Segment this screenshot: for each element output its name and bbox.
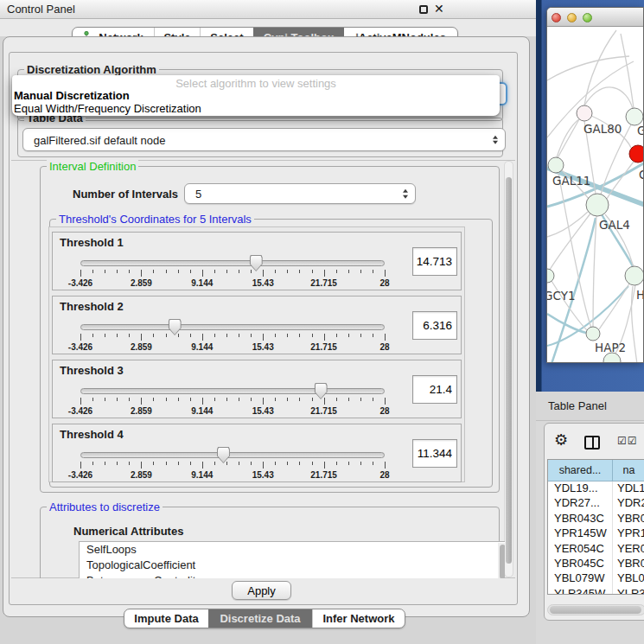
list-scrollbar[interactable] xyxy=(498,543,505,578)
numerical-attributes-list[interactable]: SelfLoopsTopologicalCoefficientBetweenne… xyxy=(79,541,505,578)
algorithm-option-equal-width-frequency-discretization[interactable]: Equal Width/Frequency Discretization xyxy=(12,102,500,115)
scrollbar-thumb[interactable] xyxy=(550,606,641,614)
threshold-slider[interactable]: -3.4262.8599.14415.4321.71528 xyxy=(80,447,385,483)
vertical-scrollbar[interactable] xyxy=(504,161,513,577)
slider-ticks xyxy=(80,334,385,341)
tick-label: 21.715 xyxy=(310,342,337,352)
tick-label: 21.715 xyxy=(310,470,337,480)
tick-label: 15.43 xyxy=(252,278,274,288)
threshold-slider[interactable]: -3.4262.8599.14415.4321.71528 xyxy=(80,383,385,419)
tick-label: -3.426 xyxy=(68,406,92,416)
network-node-gal4[interactable] xyxy=(586,194,609,216)
tick-label: 2.859 xyxy=(131,342,152,352)
float-window-icon[interactable] xyxy=(419,5,428,14)
network-node-label: GAL80 xyxy=(583,122,622,136)
tab-label: Infer Network xyxy=(322,612,394,625)
horizontal-scrollbar[interactable] xyxy=(547,604,644,615)
tick-label: 28 xyxy=(379,406,389,416)
numerical-attributes-label: Numerical Attributes xyxy=(73,525,183,538)
threshold-label: Threshold 1 xyxy=(60,236,124,249)
tick-label: -3.426 xyxy=(68,278,92,288)
table-row[interactable]: YBR045CYBR0 xyxy=(548,557,644,571)
table-cell: YDL19... xyxy=(548,481,613,496)
tick-label: 21.715 xyxy=(310,406,337,416)
table-cell: YPR1 xyxy=(613,526,644,541)
attributes-title: Attributes to discretize xyxy=(47,501,163,513)
slider-track[interactable] xyxy=(80,324,385,330)
split-column-icon[interactable] xyxy=(584,436,600,450)
control-panel-titlebar: Control Panel ✕ xyxy=(0,0,536,19)
table-row[interactable]: YBR043CYBR0 xyxy=(548,512,644,526)
tick-label: 2.859 xyxy=(131,406,152,416)
table-row[interactable]: YER054CYER0 xyxy=(548,542,644,557)
tick-label: 15.43 xyxy=(252,470,274,480)
network-canvas[interactable]: GAL80G.CGAL11GAL4GCY1HHAP2 xyxy=(547,27,644,363)
tab-label: Discretize Data xyxy=(220,612,300,625)
slider-track[interactable] xyxy=(80,452,385,458)
network-node-gal11[interactable] xyxy=(548,157,564,173)
table-row[interactable]: YDL19...YDL1 xyxy=(548,481,644,496)
table-data-combobox[interactable]: galFiltered.sif default node xyxy=(22,128,506,151)
threshold-value-input[interactable] xyxy=(412,439,457,468)
slider-track[interactable] xyxy=(80,388,385,394)
close-traffic-light-icon[interactable] xyxy=(552,13,561,22)
table-header-cell[interactable]: na xyxy=(613,460,644,481)
network-node-hap2[interactable] xyxy=(586,327,600,341)
network-node-label: GAL11 xyxy=(552,174,590,188)
threshold-value-input[interactable] xyxy=(412,311,457,340)
list-item[interactable]: BetweennessCentrality xyxy=(80,573,505,578)
network-node-h[interactable] xyxy=(625,266,644,285)
tab-infer-network[interactable]: Infer Network xyxy=(312,609,405,628)
close-icon[interactable]: ✕ xyxy=(434,2,444,16)
minimize-traffic-light-icon[interactable] xyxy=(567,13,577,22)
node-table[interactable]: shared...na YDL19...YDL1YDR27...YDR2YBR0… xyxy=(547,459,644,595)
apply-button[interactable]: Apply xyxy=(232,581,291,600)
table-cell: YBL079W xyxy=(548,571,613,586)
threshold-slider[interactable]: -3.4262.8599.14415.4321.71528 xyxy=(80,319,385,355)
network-node-gcy1[interactable] xyxy=(547,269,554,283)
slider-track[interactable] xyxy=(80,260,385,266)
table-cell: YER054C xyxy=(548,542,613,557)
algorithm-hint: Select algorithm to view settings xyxy=(12,75,500,89)
tick-label: 15.43 xyxy=(252,406,274,416)
number-of-intervals-label: Number of Intervals xyxy=(73,188,178,201)
tab-discretize-data[interactable]: Discretize Data xyxy=(208,609,312,628)
table-row[interactable]: YDR27...YDR2 xyxy=(548,496,644,511)
network-node-gal80[interactable] xyxy=(577,105,592,121)
number-of-intervals-value: 5 xyxy=(195,188,201,201)
network-node-g[interactable] xyxy=(626,108,643,125)
threshold-row: Threshold 2 -3.4262.8599.14415.4321.7152… xyxy=(52,296,462,354)
table-panel-titlebar: Table Panel xyxy=(536,392,644,421)
threshold-row: Threshold 3 -3.4262.8599.14415.4321.7152… xyxy=(52,360,462,418)
discretization-algorithm-label: Discretization Algorithm xyxy=(24,63,159,76)
list-scrollbar-thumb[interactable] xyxy=(500,545,505,578)
threshold-value-input[interactable] xyxy=(412,375,457,404)
table-cell: YLR345W xyxy=(548,587,613,595)
tick-label: 9.144 xyxy=(191,278,213,288)
network-node-label: GAL4 xyxy=(599,218,630,232)
slider-ticks xyxy=(80,398,385,405)
table-row[interactable]: YLR345WYLR3 xyxy=(548,587,644,595)
algorithm-option-manual-discretization[interactable]: Manual Discretization xyxy=(12,89,500,102)
network-node-c[interactable] xyxy=(629,145,644,163)
tab-impute-data[interactable]: Impute Data xyxy=(124,609,208,628)
table-row[interactable]: YPR145WYPR1 xyxy=(548,526,644,541)
table-cell: YBR045C xyxy=(548,557,613,571)
scrollbar-thumb[interactable] xyxy=(506,177,512,564)
table-row[interactable]: YBL079WYBL0 xyxy=(548,571,644,586)
network-window: GAL80G.CGAL11GAL4GCY1HHAP2 xyxy=(546,7,644,363)
table-header-cell[interactable]: shared... xyxy=(548,460,613,481)
threshold-slider[interactable]: -3.4262.8599.14415.4321.71528 xyxy=(80,255,385,291)
list-item[interactable]: SelfLoops xyxy=(80,542,505,558)
list-item[interactable]: TopologicalCoefficient xyxy=(80,558,505,573)
table-header-row: shared...na xyxy=(548,460,644,481)
gear-icon[interactable]: ⚙ xyxy=(554,432,568,448)
network-node-label: GCY1 xyxy=(547,289,576,303)
number-of-intervals-combobox[interactable]: 5 xyxy=(184,183,416,204)
checkboxes-icon[interactable]: ☑☑ xyxy=(617,435,638,447)
network-window-titlebar[interactable] xyxy=(547,8,643,27)
threshold-value-input[interactable] xyxy=(412,247,457,276)
zoom-traffic-light-icon[interactable] xyxy=(583,13,592,22)
tab-label: Impute Data xyxy=(134,612,198,625)
threshold-row: Threshold 1 -3.4262.8599.14415.4321.7152… xyxy=(52,232,462,290)
